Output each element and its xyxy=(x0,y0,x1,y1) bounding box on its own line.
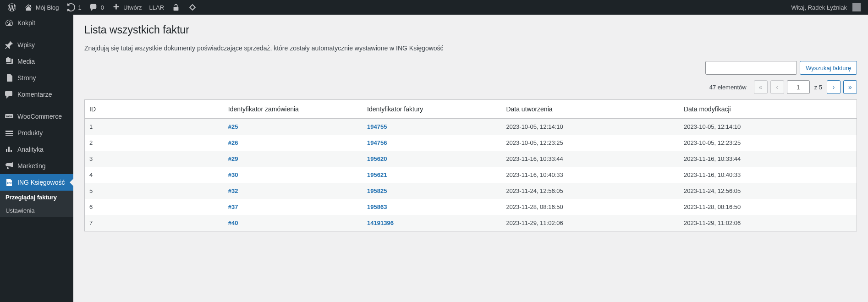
cell-id: 7 xyxy=(85,215,224,231)
comments-link[interactable]: 0 xyxy=(85,0,108,15)
invoice-link[interactable]: 195621 xyxy=(367,171,387,178)
table-row: 6#371958632023-11-28, 08:16:502023-11-28… xyxy=(85,199,857,215)
lock-link[interactable] xyxy=(168,0,184,15)
cell-modified: 2023-10-05, 12:14:10 xyxy=(679,119,857,135)
cell-id: 1 xyxy=(85,119,224,135)
home-icon xyxy=(24,3,33,12)
table-row: 7#40141913962023-11-29, 11:02:062023-11-… xyxy=(85,215,857,231)
pagination-last-button[interactable]: » xyxy=(843,80,857,94)
th-invoice: Identyfikator faktury xyxy=(363,100,501,119)
updates-link[interactable]: 1 xyxy=(63,0,85,15)
sidebar-item-label: Produkty xyxy=(17,129,43,137)
new-content-label: Utwórz xyxy=(123,4,142,11)
invoice-link[interactable]: 14191396 xyxy=(367,220,394,226)
table-row: 2#261947562023-10-05, 12:23:252023-10-05… xyxy=(85,135,857,151)
sidebar-item-products[interactable]: Produkty xyxy=(0,125,73,141)
cell-id: 3 xyxy=(85,151,224,167)
wp-logo[interactable] xyxy=(4,0,20,15)
cell-id: 2 xyxy=(85,135,224,151)
invoice-link[interactable]: 195620 xyxy=(367,155,387,162)
sidebar-item-pages[interactable]: Strony xyxy=(0,70,73,86)
account-link[interactable]: Witaj, Radek Łyżniak xyxy=(788,0,864,15)
llar-label: LLAR xyxy=(149,4,165,11)
order-link[interactable]: #32 xyxy=(228,187,238,194)
search-button[interactable]: Wyszukaj fakturę xyxy=(800,61,857,75)
svg-text:PDF: PDF xyxy=(7,182,12,185)
table-row: 3#291956202023-11-16, 10:33:442023-11-16… xyxy=(85,151,857,167)
sidebar-item-label: Kokpit xyxy=(17,19,35,27)
admin-sidebar: Kokpit Wpisy Media Strony Komentarze woo… xyxy=(0,15,73,302)
th-order: Identyfikator zamówienia xyxy=(224,100,363,119)
order-link[interactable]: #26 xyxy=(228,139,238,146)
pagination-page-input[interactable] xyxy=(787,80,810,94)
submenu: Przeglądaj faktury Ustawienia xyxy=(0,191,73,217)
sidebar-item-label: Media xyxy=(17,58,35,65)
page-description: Znajdują się tutaj wszystkie dokumenty p… xyxy=(84,44,857,52)
sidebar-item-marketing[interactable]: Marketing xyxy=(0,158,73,174)
llar-link[interactable]: LLAR xyxy=(146,0,168,15)
main-content: Lista wszystkich faktur Znajdują się tut… xyxy=(73,15,868,302)
cell-id: 4 xyxy=(85,167,224,183)
cell-created: 2023-11-24, 12:56:05 xyxy=(501,183,679,199)
th-created: Data utworzenia xyxy=(501,100,679,119)
pagination-next-button[interactable]: › xyxy=(827,80,841,94)
updates-count: 1 xyxy=(78,4,82,11)
wordpress-icon xyxy=(7,3,16,12)
cell-created: 2023-11-29, 11:02:06 xyxy=(501,215,679,231)
pagination-prev-button[interactable]: ‹ xyxy=(770,80,784,94)
invoice-link[interactable]: 194756 xyxy=(367,139,387,146)
order-link[interactable]: #40 xyxy=(228,220,238,226)
invoice-link[interactable]: 195863 xyxy=(367,203,387,210)
cell-created: 2023-11-16, 10:33:44 xyxy=(501,151,679,167)
invoice-link[interactable]: 195825 xyxy=(367,187,387,194)
table-row: 1#251947552023-10-05, 12:14:102023-10-05… xyxy=(85,119,857,135)
sidebar-item-label: Wpisy xyxy=(17,41,35,49)
sidebar-item-label: WooCommerce xyxy=(17,113,62,120)
sidebar-item-comments[interactable]: Komentarze xyxy=(0,86,73,103)
sidebar-item-ing[interactable]: PDF ING Księgowość xyxy=(0,174,73,191)
comment-icon xyxy=(89,3,98,12)
order-link[interactable]: #29 xyxy=(228,155,238,162)
woo-icon: woo xyxy=(5,112,14,121)
update-icon xyxy=(66,3,76,12)
analytics-icon xyxy=(5,145,14,154)
sidebar-item-woocommerce[interactable]: woo WooCommerce xyxy=(0,108,73,125)
greeting-text: Witaj, Radek Łyżniak xyxy=(791,4,847,11)
sidebar-item-analytics[interactable]: Analityka xyxy=(0,141,73,158)
sidebar-item-posts[interactable]: Wpisy xyxy=(0,37,73,53)
order-link[interactable]: #37 xyxy=(228,203,238,210)
order-link[interactable]: #30 xyxy=(228,171,238,178)
cell-created: 2023-11-16, 10:40:33 xyxy=(501,167,679,183)
order-link[interactable]: #25 xyxy=(228,123,238,130)
site-name-link[interactable]: Mój Blog xyxy=(20,0,63,15)
products-icon xyxy=(5,128,14,137)
page-title: Lista wszystkich faktur xyxy=(84,24,857,36)
search-input[interactable] xyxy=(705,61,797,75)
diamond-icon xyxy=(188,3,197,12)
cell-modified: 2023-11-16, 10:33:44 xyxy=(679,151,857,167)
sidebar-item-dashboard[interactable]: Kokpit xyxy=(0,15,73,31)
sidebar-item-label: ING Księgowość xyxy=(17,179,65,186)
submenu-item-settings[interactable]: Ustawienia xyxy=(0,204,73,217)
dashboard-icon xyxy=(5,18,14,27)
cell-modified: 2023-11-28, 08:16:50 xyxy=(679,199,857,215)
comment-icon xyxy=(5,90,14,99)
sidebar-item-label: Marketing xyxy=(17,162,45,170)
cell-modified: 2023-10-05, 12:23:25 xyxy=(679,135,857,151)
admin-bar: Mój Blog 1 0 Utwórz LLAR xyxy=(0,0,868,15)
pagination-first-button[interactable]: « xyxy=(754,80,768,94)
invoice-link[interactable]: 194755 xyxy=(367,123,387,130)
table-row: 4#301956212023-11-16, 10:40:332023-11-16… xyxy=(85,167,857,183)
cell-id: 6 xyxy=(85,199,224,215)
cell-created: 2023-10-05, 12:14:10 xyxy=(501,119,679,135)
th-id: ID xyxy=(85,100,224,119)
diamond-link[interactable] xyxy=(184,0,201,15)
site-name-text: Mój Blog xyxy=(36,4,59,11)
page-icon xyxy=(5,73,14,82)
sidebar-item-media[interactable]: Media xyxy=(0,53,73,70)
submenu-item-invoices[interactable]: Przeglądaj faktury xyxy=(0,191,73,204)
cell-created: 2023-10-05, 12:23:25 xyxy=(501,135,679,151)
th-modified: Data modyfikacji xyxy=(679,100,857,119)
sidebar-item-label: Komentarze xyxy=(17,91,52,98)
new-content-link[interactable]: Utwórz xyxy=(108,0,145,15)
